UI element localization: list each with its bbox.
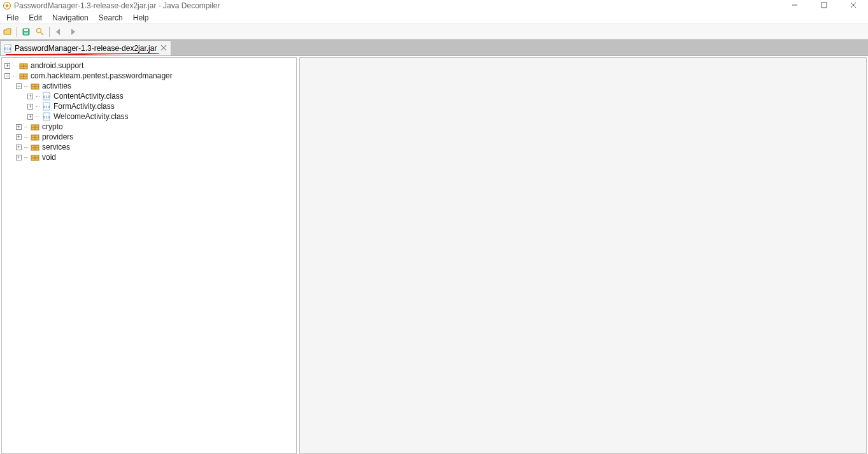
nav-back-button[interactable]: [52, 25, 65, 38]
tree-line: [36, 106, 39, 107]
collapse-icon[interactable]: −: [4, 73, 10, 79]
tree-line: [24, 127, 28, 127]
tree-node-package[interactable]: + android.support: [3, 60, 295, 71]
tree-node-label: crypto: [42, 122, 63, 131]
tree-node-package[interactable]: + services: [3, 142, 295, 152]
svg-rect-7: [24, 29, 28, 31]
menu-file[interactable]: File: [1, 12, 24, 24]
tree-line: [13, 66, 17, 66]
tree-node-package[interactable]: + providers: [3, 132, 295, 142]
svg-point-1: [6, 5, 8, 6]
tree-line: [36, 117, 39, 117]
expander-icon[interactable]: +: [16, 134, 22, 140]
expander-icon[interactable]: +: [16, 155, 22, 160]
menu-search[interactable]: Search: [94, 12, 128, 24]
package-icon: [31, 82, 39, 90]
main-split: + android.support − com.hackteam.pentest…: [0, 56, 868, 454]
class-file-icon: 010: [42, 112, 51, 121]
expander-icon[interactable]: +: [27, 104, 33, 110]
tree-node-label: WelcomeActivity.class: [53, 112, 129, 121]
package-icon: [31, 132, 39, 141]
window-controls: [780, 0, 868, 11]
minimize-button[interactable]: [780, 0, 809, 11]
tree-line: [24, 86, 28, 87]
tree-line: [24, 157, 28, 158]
editor-tab-label: PasswordManager-1.3-release-dex2jar.jar: [15, 44, 157, 53]
svg-rect-8: [24, 32, 28, 34]
package-icon: [19, 71, 28, 80]
window-title: PasswordManager-1.3-release-dex2jar.jar …: [14, 1, 220, 10]
editor-content-pane: [299, 57, 867, 454]
svg-text:010: 010: [43, 95, 50, 99]
class-file-icon: 010: [42, 102, 51, 111]
nav-forward-button[interactable]: [66, 25, 79, 38]
package-icon: [31, 122, 39, 131]
expander-icon[interactable]: +: [4, 63, 10, 69]
toolbar-separator: [17, 27, 17, 37]
tree-node-label: android.support: [31, 61, 83, 70]
svg-text:010: 010: [43, 105, 50, 109]
class-file-icon: 010: [42, 92, 51, 101]
tree-node-label: com.hackteam.pentest.passwordmanager: [31, 71, 173, 80]
open-file-button[interactable]: [1, 25, 14, 38]
app-icon: [3, 1, 11, 10]
toolbar-separator: [49, 27, 50, 37]
tree-line: [36, 96, 39, 97]
tree-line: [13, 76, 17, 76]
menu-help[interactable]: Help: [128, 12, 154, 24]
tree-node-class[interactable]: + 010 ContentActivity.class: [3, 91, 295, 101]
tree-node-label: providers: [42, 132, 73, 141]
package-tree-pane[interactable]: + android.support − com.hackteam.pentest…: [1, 57, 297, 454]
package-icon: [31, 143, 39, 152]
tree-node-label: activities: [42, 82, 71, 90]
tree-node-package[interactable]: − activities: [3, 81, 295, 91]
save-button[interactable]: [20, 25, 32, 38]
expander-icon[interactable]: +: [16, 124, 22, 130]
tree-node-class[interactable]: + 010 WelcomeActivity.class: [3, 111, 295, 122]
package-icon: [19, 61, 28, 70]
maximize-button[interactable]: [809, 0, 839, 11]
close-button[interactable]: [839, 0, 868, 11]
tree-node-package[interactable]: − com.hackteam.pentest.passwordmanager: [3, 71, 295, 81]
svg-text:010: 010: [43, 115, 50, 119]
menu-navigation[interactable]: Navigation: [47, 12, 94, 24]
tree-node-package[interactable]: + crypto: [3, 122, 295, 132]
tree-line: [24, 147, 28, 148]
tree-node-label: services: [42, 143, 70, 152]
menubar: File Edit Navigation Search Help: [0, 11, 868, 24]
package-icon: [31, 153, 39, 162]
editor-tab-active[interactable]: 010 PasswordManager-1.3-release-dex2jar.…: [0, 40, 171, 55]
close-tab-icon[interactable]: [160, 44, 167, 53]
svg-text:010: 010: [4, 46, 11, 51]
tree-node-label: ContentActivity.class: [53, 92, 124, 101]
collapse-icon[interactable]: −: [16, 83, 22, 89]
tree-node-class[interactable]: + 010 FormActivity.class: [3, 101, 295, 111]
expander-icon[interactable]: +: [16, 145, 22, 150]
annotation-underline: [6, 53, 159, 55]
search-button[interactable]: [34, 25, 46, 38]
expander-icon[interactable]: +: [27, 114, 33, 120]
toolbar: [0, 24, 868, 39]
jar-file-icon: 010: [3, 44, 12, 53]
tree-node-label: FormActivity.class: [53, 102, 115, 111]
titlebar: PasswordManager-1.3-release-dex2jar.jar …: [0, 0, 868, 11]
menu-edit[interactable]: Edit: [24, 12, 47, 24]
tree-node-package[interactable]: + void: [3, 152, 295, 162]
tree-line: [24, 137, 28, 138]
expander-icon[interactable]: +: [27, 94, 33, 99]
svg-line-10: [41, 32, 43, 35]
tree-node-label: void: [42, 153, 56, 162]
svg-point-9: [37, 28, 41, 32]
tabstrip: 010 PasswordManager-1.3-release-dex2jar.…: [0, 39, 868, 56]
svg-rect-3: [822, 3, 827, 8]
